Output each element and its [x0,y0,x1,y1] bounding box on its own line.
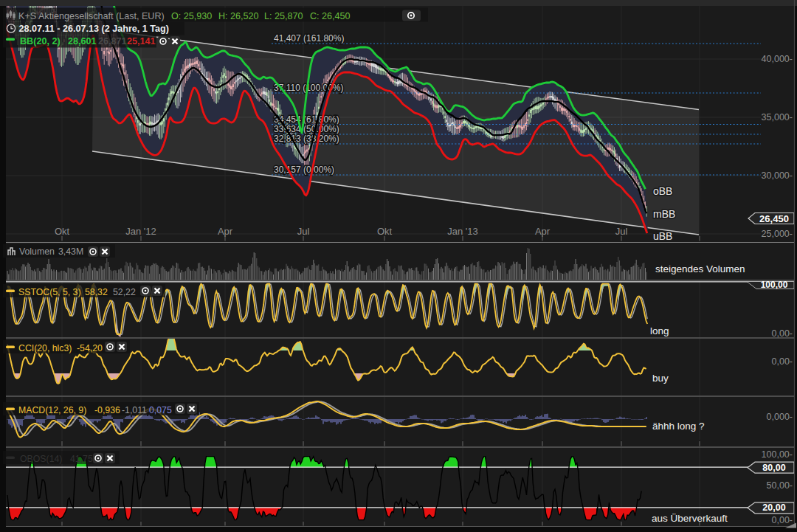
svg-text:Apr: Apr [218,226,233,237]
svg-text:20,00: 20,00 [762,502,785,513]
svg-text:Apr: Apr [535,226,551,237]
svg-text:26,871: 26,871 [98,36,127,46]
svg-text:Jan '12: Jan '12 [125,226,156,237]
svg-text:Okt: Okt [55,226,70,237]
svg-text:80,00: 80,00 [762,463,785,473]
svg-text:buy: buy [652,373,669,384]
svg-text:25,141: 25,141 [127,36,156,46]
svg-text:40,000-: 40,000- [762,54,793,64]
svg-text:30,000-: 30,000- [762,170,793,181]
svg-text:steigendes Volumen: steigendes Volumen [655,263,745,274]
svg-text:32,813 (38.20%): 32,813 (38.20%) [274,134,339,144]
svg-text:BB(20, 2): BB(20, 2) [20,36,61,46]
svg-text:oBB: oBB [653,185,672,197]
svg-text:ähhh long ?: ähhh long ? [652,421,705,432]
svg-text:26,450: 26,450 [759,213,789,224]
svg-text:100,00: 100,00 [761,280,788,290]
svg-text:30,157 (0.00%): 30,157 (0.00%) [274,165,334,175]
svg-text:mBB: mBB [653,208,675,220]
svg-text:50,00-: 50,00- [767,480,793,491]
svg-text:0,00-: 0,00- [772,515,793,525]
svg-text:K+S Aktiengesellschaft (Last,: K+S Aktiengesellschaft (Last, EUR) [18,11,165,21]
svg-text:28.07.11 - 26.07.13 (2 Jahre,: 28.07.11 - 26.07.13 (2 Jahre, 1 Tag) [19,24,170,34]
svg-text:Okt: Okt [377,226,393,237]
svg-text:0,00-: 0,00- [772,328,793,339]
svg-text:100,00-: 100,00- [762,449,793,460]
svg-text:uBB: uBB [653,230,672,242]
svg-text:MACD(12, 26, 9)-0,936-1,0110,0: MACD(12, 26, 9)-0,936-1,0110,075 [18,405,172,415]
svg-text:41,407 (161.80%): 41,407 (161.80%) [274,33,344,44]
svg-text:long: long [650,325,669,336]
svg-text:34,454 (61.80%): 34,454 (61.80%) [274,114,339,125]
svg-text:SSTOC(5, 5, 3)58,3252,22: SSTOC(5, 5, 3)58,3252,22 [18,287,136,297]
svg-text:Volumen3,43M: Volumen3,43M [19,246,83,257]
svg-text:0,000-: 0,000- [767,412,793,422]
svg-text:Jul: Jul [615,226,628,237]
svg-text:28,601: 28,601 [68,36,97,46]
svg-text:aus Überverkauft: aus Überverkauft [652,513,728,524]
svg-text:OBOS(14)41,75: OBOS(14)41,75 [20,454,93,464]
svg-text:25,000-: 25,000- [762,229,793,239]
svg-text:Jul: Jul [297,226,310,237]
svg-text:0,00-: 0,00- [772,356,793,367]
svg-text:35,000-: 35,000- [762,112,793,122]
svg-text:Jan '13: Jan '13 [447,226,478,237]
svg-text:CCI(20, hlc3)-54,20: CCI(20, hlc3)-54,20 [18,343,103,353]
